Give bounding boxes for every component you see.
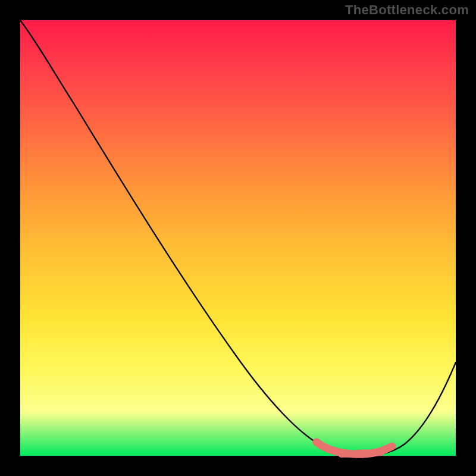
watermark-text: TheBottleneck.com bbox=[345, 2, 469, 18]
chart-plot-area bbox=[20, 20, 456, 456]
chart-frame: TheBottleneck.com bbox=[0, 0, 476, 476]
optimal-zone-marker-dashes bbox=[342, 452, 383, 454]
bottleneck-curve bbox=[20, 20, 456, 455]
chart-svg bbox=[20, 20, 456, 456]
